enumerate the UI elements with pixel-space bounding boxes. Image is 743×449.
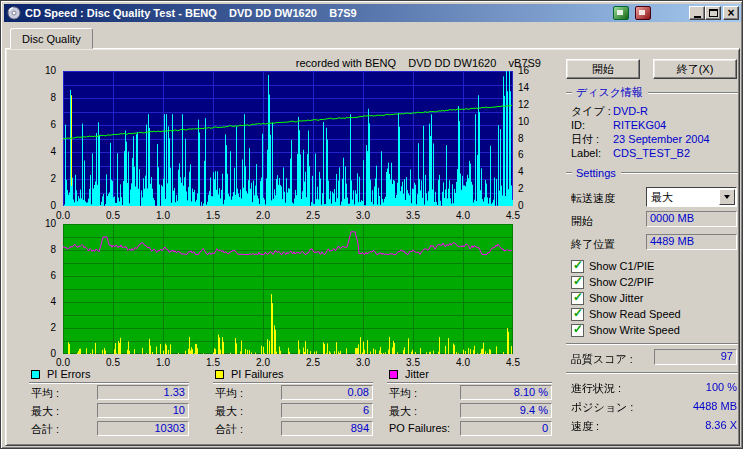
maximize-button[interactable] [705,6,721,20]
minimize-icon [694,16,701,18]
close-icon: × [727,7,734,19]
tab-label: Disc Quality [22,33,81,45]
titlebar-icon-green[interactable] [613,6,629,20]
minimize-button[interactable] [689,6,705,20]
window-title: CD Speed : Disc Quality Test - BENQ DVD … [25,7,357,19]
window: CD Speed : Disc Quality Test - BENQ DVD … [0,0,743,449]
app-icon[interactable] [7,6,21,20]
tab-disc-quality[interactable]: Disc Quality [10,28,93,49]
close-button[interactable]: × [723,6,739,20]
maximize-icon [709,9,718,17]
tab-page-frame [5,48,740,446]
titlebar-icon-red[interactable] [635,6,651,20]
titlebar: CD Speed : Disc Quality Test - BENQ DVD … [4,4,741,22]
